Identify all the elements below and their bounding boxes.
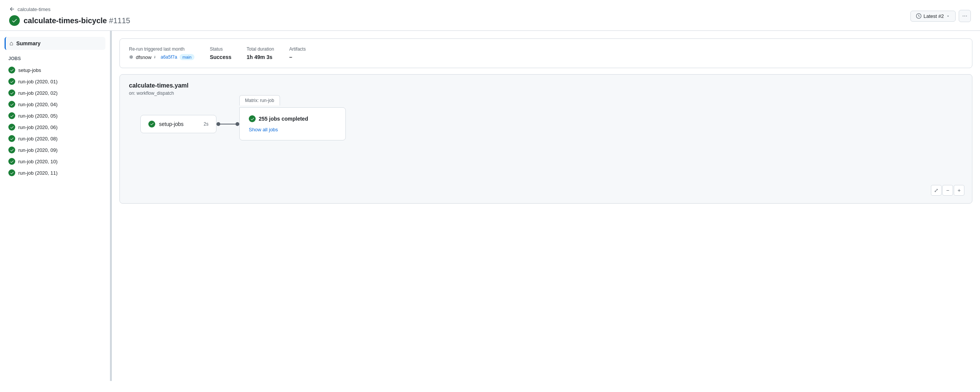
matrix-check [249,115,256,122]
artifacts-value: – [289,54,305,60]
workflow-title: calculate-times.yaml [129,82,963,89]
job-name: setup-jobs [18,67,41,73]
job-name: run-job (2020, 11) [18,170,57,176]
info-grid: Re-run triggered last month ❄ dfsnow a6a… [129,46,963,60]
content-area: Re-run triggered last month ❄ dfsnow a6a… [112,31,980,381]
job-check-icon [8,158,15,165]
page-title: calculate-times-bicycle #1115 [24,16,130,25]
job-name: run-job (2020, 10) [18,159,57,164]
matrix-container: Matrix: run-job 255 jobs completed Show … [239,107,346,140]
commit-arrow-icon [154,55,158,59]
job-name: run-job (2020, 09) [18,147,57,153]
home-icon: ⌂ [10,40,13,47]
duration-value: 1h 49m 3s [247,54,274,60]
sidebar-job-item[interactable]: run-job (2020, 05) [5,110,105,121]
zoom-controls: ⤢ − + [931,185,964,196]
status-value: Success [210,54,231,60]
jobs-list: setup-jobs run-job (2020, 01) run-job (2… [5,64,105,178]
jobs-section-label: Jobs [5,56,105,61]
matrix-tab: Matrix: run-job [239,95,280,105]
job-check-icon [8,147,15,153]
setup-jobs-check [148,121,155,127]
back-link[interactable]: calculate-times [9,6,130,12]
connector-dot-right [235,122,239,126]
success-icon [9,15,20,26]
job-check-icon [8,169,15,176]
status-label: Status [210,46,231,52]
connector [216,122,239,126]
expand-button[interactable]: ⤢ [931,185,942,196]
job-name: run-job (2020, 05) [18,113,57,119]
latest-button[interactable]: Latest #2 [910,11,956,22]
actor-name: dfsnow [136,54,151,60]
job-check-icon [8,124,15,131]
duration-label: Total duration [247,46,274,52]
job-name: run-job (2020, 01) [18,79,57,84]
job-name: run-job (2020, 04) [18,102,57,107]
zoom-out-button[interactable]: − [942,185,953,196]
workflow-card: calculate-times.yaml on: workflow_dispat… [119,74,972,204]
show-all-jobs[interactable]: Show all jobs [249,127,336,132]
main-layout: ⌂ Summary Jobs setup-jobs run-job (2020,… [0,31,980,381]
matrix-box: 255 jobs completed Show all jobs [239,107,346,140]
trigger-label: Re-run triggered last month [129,46,194,52]
status-col: Status Success [210,46,231,60]
job-name: run-job (2020, 08) [18,136,57,142]
setup-jobs-box[interactable]: setup-jobs 2s [140,115,216,133]
job-check-icon [8,101,15,108]
job-name: run-job (2020, 06) [18,124,57,130]
setup-jobs-duration: 2s [204,121,208,127]
workflow-name: calculate-times-bicycle [24,16,107,25]
artifacts-label: Artifacts [289,46,305,52]
job-check-icon [8,112,15,119]
header-actions: Latest #2 ··· [910,10,971,22]
branch-badge: main [180,54,195,60]
more-button[interactable]: ··· [959,10,971,22]
job-check-icon [8,135,15,142]
artifacts-col: Artifacts – [289,46,305,60]
zoom-in-button[interactable]: + [954,185,964,196]
sidebar-job-item[interactable]: run-job (2020, 04) [5,99,105,110]
sidebar-job-item[interactable]: run-job (2020, 09) [5,144,105,156]
workflow-diagram: setup-jobs 2s Matrix: run-job [129,107,963,140]
sidebar-job-item[interactable]: setup-jobs [5,64,105,76]
latest-label: Latest #2 [924,13,944,19]
commit-row: ❄ dfsnow a6a5f7a main [129,54,194,60]
title-row: calculate-times-bicycle #1115 [9,15,130,26]
job-check-icon [8,67,15,73]
duration-col: Total duration 1h 49m 3s [247,46,274,60]
matrix-jobs-row: 255 jobs completed [249,115,336,122]
connector-dot-left [216,122,220,126]
job-check-icon [8,78,15,85]
page-header: calculate-times calculate-times-bicycle … [0,0,980,31]
sidebar-summary[interactable]: ⌂ Summary [5,37,105,50]
summary-label: Summary [16,40,41,46]
setup-jobs-label: setup-jobs [159,121,184,127]
commit-hash[interactable]: a6a5f7a [161,54,177,60]
sidebar: ⌂ Summary Jobs setup-jobs run-job (2020,… [0,31,110,381]
matrix-jobs-label: 255 jobs completed [259,116,308,122]
job-check-icon [8,89,15,96]
sidebar-job-item[interactable]: run-job (2020, 10) [5,156,105,167]
trigger-col: Re-run triggered last month ❄ dfsnow a6a… [129,46,194,60]
sidebar-job-item[interactable]: run-job (2020, 02) [5,87,105,99]
info-card: Re-run triggered last month ❄ dfsnow a6a… [119,38,972,68]
sidebar-job-item[interactable]: run-job (2020, 11) [5,167,105,178]
back-label: calculate-times [18,6,51,12]
sidebar-job-item[interactable]: run-job (2020, 01) [5,76,105,87]
job-name: run-job (2020, 02) [18,90,57,96]
sidebar-job-item[interactable]: run-job (2020, 06) [5,121,105,133]
sidebar-job-item[interactable]: run-job (2020, 08) [5,133,105,144]
connector-line [220,124,235,124]
actor-icon: ❄ [129,54,134,60]
run-number: #1115 [109,16,130,25]
